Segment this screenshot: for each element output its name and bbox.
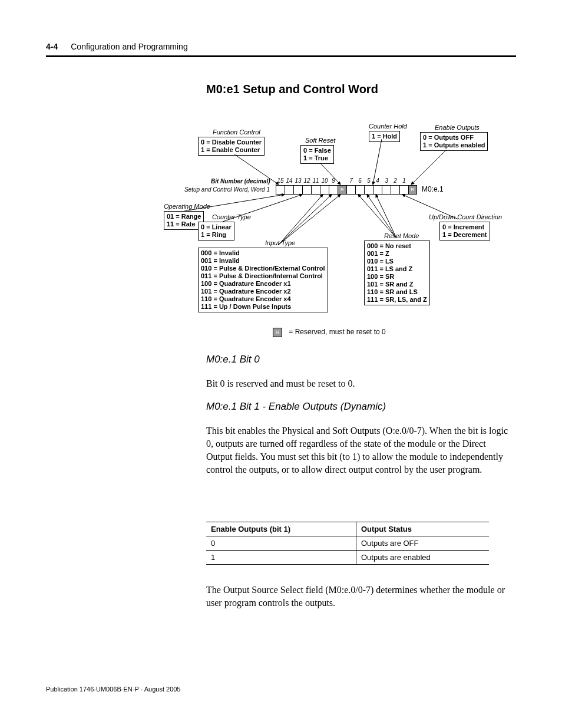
bit-cell-14: 14 (285, 185, 293, 195)
bit-cell-3: 3 (382, 185, 391, 195)
page-number: 4-4 (46, 42, 58, 51)
table-cell: Outputs are enabled (356, 551, 489, 565)
bit-number-label: 4 (373, 177, 382, 184)
enable-outputs-box: 0 = Outputs OFF1 = Outputs enabled (420, 132, 488, 151)
bit-number-label: 6 (356, 177, 364, 184)
bit-cell-7: 7 (346, 185, 355, 195)
publication-footer: Publication 1746-UM006B-EN-P - August 20… (46, 686, 181, 693)
counter-hold-box: 1 = Hold (369, 131, 400, 142)
bit-number-label: 15 (276, 177, 285, 184)
reset-mode-caption: Reset Mode (384, 232, 419, 239)
bit-number-label: 3 (382, 177, 391, 184)
table-row: 1 Outputs are enabled (206, 551, 489, 565)
bit0-body: Bit 0 is reserved and must be reset to 0… (206, 377, 513, 390)
bit-cell-9: 9 (329, 185, 338, 195)
bit1-heading: M0:e.1 Bit 1 - Enable Outputs (Dynamic) (206, 401, 386, 413)
enable-outputs-caption: Enable Outputs (435, 124, 480, 131)
svg-line-10 (367, 195, 396, 238)
bit-number-label: 9 (329, 177, 338, 184)
bit-cell-2: 2 (391, 185, 399, 195)
bit-cell-13: 13 (293, 185, 302, 195)
table-cell: 0 (206, 536, 356, 551)
table-row: 0 Outputs are OFF (206, 536, 489, 551)
bit-cell-0: R0 (408, 185, 417, 195)
bit-number-label: 8 (338, 177, 346, 186)
svg-line-9 (358, 195, 396, 238)
function-control-box: 0 = Disable Counter1 = Enable Counter (198, 137, 265, 156)
bit-number-label: 14 (285, 177, 293, 184)
section-heading: M0:e1 Setup and Control Word (206, 83, 378, 96)
enable-outputs-table: Enable Outputs (bit 1) Output Status 0 O… (206, 522, 489, 565)
counter-type-caption: Counter Type (212, 213, 251, 220)
table-header-1: Enable Outputs (bit 1) (206, 522, 356, 536)
reserved-legend-text: = Reserved, must be reset to 0 (289, 328, 385, 336)
bit-diagram: Function Control 0 = Disable Counter1 = … (46, 118, 516, 342)
reserved-icon: R (273, 328, 282, 337)
after-table-body: The Output Source Select field (M0:e.0/0… (206, 584, 513, 610)
svg-line-8 (279, 195, 340, 245)
table-cell: Outputs are OFF (356, 536, 489, 551)
counter-hold-caption: Counter Hold (369, 123, 407, 130)
bit-number-label: 0 (409, 177, 416, 186)
soft-reset-caption: Soft Reset (305, 137, 335, 144)
bit-cell-1: 1 (399, 185, 408, 195)
reset-mode-box: 000 = No reset001 = Z010 = LS011 = LS an… (364, 241, 430, 305)
updown-box: 0 = Increment1 = Decrement (439, 222, 490, 241)
page-header: 4-4 Configuration and Programming (46, 41, 516, 57)
bit-number-label: 1 (400, 177, 408, 184)
bit-cell-8: R8 (338, 185, 346, 195)
bit-number-label: 7 (347, 177, 355, 184)
input-type-caption: Input Type (265, 239, 295, 246)
word-name: M0:e.1 (422, 185, 444, 193)
table-header-2: Output Status (356, 522, 489, 536)
bit-cell-4: 4 (373, 185, 382, 195)
chapter-title: Configuration and Programming (71, 42, 187, 51)
bit-cell-15: 15 (276, 185, 285, 195)
bit-cell-5: 5 (364, 185, 373, 195)
bit-number-label: 2 (391, 177, 399, 184)
bit-number-label: 5 (365, 177, 373, 184)
updown-caption: Up/Down Count Direction (429, 213, 502, 220)
input-type-box: 000 = Invalid001 = Invalid010 = Pulse & … (198, 248, 328, 312)
bit-cell-11: 11 (311, 185, 320, 195)
bit-cell-6: 6 (355, 185, 364, 195)
svg-line-11 (376, 195, 396, 238)
counter-type-box: 0 = Linear1 = Ring (198, 222, 234, 241)
bit-cell-12: 12 (302, 185, 311, 195)
svg-line-7 (279, 195, 332, 245)
table-cell: 1 (206, 551, 356, 565)
bit-number-caption: Bit Number (decimal) (211, 178, 270, 185)
soft-reset-box: 0 = False1 = True (300, 145, 334, 164)
word-label: Setup and Control Word, Word 1 (176, 186, 270, 193)
svg-line-6 (279, 195, 323, 245)
svg-line-3 (411, 150, 447, 185)
bit-number-label: 13 (294, 177, 302, 184)
bit1-body: This bit enables the Physical and Soft O… (206, 424, 513, 476)
function-control-caption: Function Control (213, 129, 260, 136)
reserved-legend: R = Reserved, must be reset to 0 (273, 328, 386, 337)
operating-mode-caption: Operating Mode (164, 203, 210, 210)
bit-number-label: 10 (320, 177, 329, 184)
bit-number-label: 12 (303, 177, 311, 184)
bit0-heading: M0:e.1 Bit 0 (206, 354, 260, 365)
bit-row: 1514131211109R87654321R0 (276, 185, 417, 195)
bit-number-label: 11 (312, 177, 320, 184)
bit-cell-10: 10 (320, 185, 329, 195)
table-header-row: Enable Outputs (bit 1) Output Status (206, 522, 489, 536)
